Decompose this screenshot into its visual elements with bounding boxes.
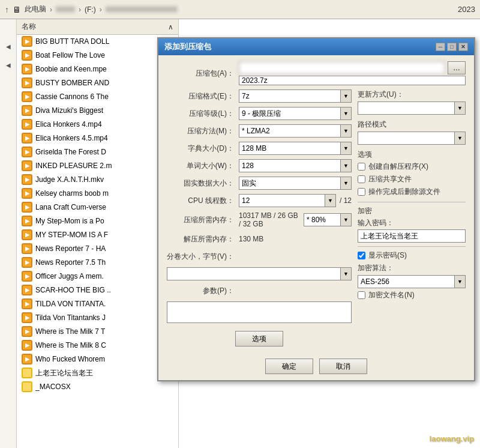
file-list-header: 名称 ∧	[17, 19, 178, 35]
update-select[interactable]: ▼	[358, 101, 466, 115]
list-item[interactable]: ▶Elica Honkers 4.mp4	[17, 118, 178, 132]
explorer-area: ◀ ◀ 名称 ∧ ▶BIG BUTT TARA DOLL▶Boat Fellow…	[0, 19, 480, 448]
compress-path-label: 压缩包(A)：	[167, 68, 239, 79]
param-input[interactable]	[167, 301, 352, 323]
word-dropdown-btn[interactable]: ▼	[340, 160, 351, 172]
file-name: TILDA VON TITANTA.	[35, 300, 106, 308]
compress-filename-input[interactable]	[239, 76, 466, 85]
encrypt-filename-row: 加密文件名(N)	[358, 290, 466, 300]
browse-button[interactable]: …	[448, 61, 466, 74]
list-item[interactable]: ▶My Step-Mom is a Po	[17, 214, 178, 228]
cpu-dropdown-btn[interactable]: ▼	[325, 195, 335, 207]
minimize-button[interactable]: ─	[436, 43, 445, 51]
memory-percent-select[interactable]: * 80% ▼	[304, 213, 352, 226]
dialog-title-buttons: ─ □ ✕	[436, 43, 468, 51]
split-dropdown-btn[interactable]: ▼	[340, 268, 351, 280]
solid-dropdown-btn[interactable]: ▼	[340, 177, 351, 189]
path-select[interactable]: ▼	[358, 132, 466, 145]
list-item[interactable]: _MACOSX	[17, 380, 178, 394]
list-item[interactable]: ▶News Reporter 7 - HA	[17, 242, 178, 256]
level-select[interactable]: 9 - 极限压缩 ▼	[239, 107, 352, 120]
list-item[interactable]: ▶Cassie Cannons 6 The	[17, 90, 178, 104]
cb1-checkbox[interactable]	[358, 163, 365, 171]
word-row: 单词大小(W)： 128 ▼	[167, 159, 352, 172]
format-label: 压缩格式(E)：	[167, 91, 239, 101]
list-item[interactable]: 上老王论坛当老王	[17, 366, 178, 380]
memory-percent-btn[interactable]: ▼	[340, 214, 351, 226]
list-item[interactable]: ▶Boobie and Keen.mpe	[17, 62, 178, 76]
list-item[interactable]: ▶Judge X.A.N.T.H.mkv	[17, 173, 178, 187]
algo-select[interactable]: AES-256 ▼	[358, 275, 466, 288]
file-icon: ▶	[22, 340, 32, 351]
list-item[interactable]: ▶INKED PLEASURE 2.m	[17, 159, 178, 173]
file-name: Officer Juggs A mem.	[35, 272, 104, 280]
algo-label: 加密算法：	[358, 263, 394, 273]
split-select[interactable]: ▼	[167, 267, 352, 280]
dialog-title-bar[interactable]: 添加到压缩包 ─ □ ✕	[158, 38, 474, 55]
level-dropdown-btn[interactable]: ▼	[340, 107, 351, 120]
list-item[interactable]: ▶Tilda Von Titantanks J	[17, 311, 178, 325]
file-icon: ▶	[22, 91, 32, 102]
compress-dialog[interactable]: 添加到压缩包 ─ □ ✕ 压缩包(A)： …	[157, 37, 475, 381]
method-select[interactable]: * LZMA2 ▼	[239, 124, 352, 138]
list-item[interactable]: ▶Who Fucked Whorem	[17, 353, 178, 366]
file-icon	[22, 368, 32, 378]
sidebar-arrow-up[interactable]: ◀	[6, 43, 11, 50]
watermark: laowang.vip	[430, 434, 474, 443]
show-pwd-label: 显示密码(S)	[368, 250, 407, 261]
cb3-row: 操作完成后删除源文件	[358, 187, 466, 197]
password-input[interactable]	[358, 229, 466, 243]
path-dropdown-btn[interactable]: ▼	[454, 132, 465, 144]
list-item[interactable]: ▶Diva Mizuki's Biggest	[17, 104, 178, 118]
list-item[interactable]: ▶SCAR-HOO THE BIG ..	[17, 283, 178, 297]
show-pwd-row: 显示密码(S)	[358, 250, 466, 261]
file-name: Elica Honkers 4.mp4	[35, 120, 102, 129]
list-item[interactable]: ▶Lana Craft Cum-verse	[17, 201, 178, 214]
options-cb-label: 选项	[358, 150, 466, 160]
list-item[interactable]: ▶Where is The Milk 8 C	[17, 339, 178, 353]
cancel-button[interactable]: 取消	[319, 359, 367, 374]
file-icon: ▶	[22, 147, 32, 157]
list-item[interactable]: ▶MY STEP-MOM IS A F	[17, 228, 178, 242]
list-item[interactable]: ▶News Reporter 7.5 Th	[17, 256, 178, 270]
format-row: 压缩格式(E)： 7z ▼	[167, 89, 352, 103]
dict-dropdown-btn[interactable]: ▼	[340, 142, 351, 154]
options-button[interactable]: 选项	[235, 331, 283, 347]
dict-select[interactable]: 128 MB ▼	[239, 142, 352, 155]
sidebar-arrow-down[interactable]: ◀	[6, 62, 11, 68]
solid-select[interactable]: 固实 ▼	[239, 177, 352, 190]
file-icon: ▶	[22, 133, 32, 144]
maximize-button[interactable]: □	[447, 43, 457, 51]
up-arrow-icon[interactable]: ↑	[5, 5, 9, 14]
header-arrow[interactable]: ∧	[168, 23, 173, 31]
list-item[interactable]: ▶Boat Fellow The Love	[17, 49, 178, 62]
close-button[interactable]: ✕	[458, 43, 468, 51]
file-icon: ▶	[22, 229, 32, 240]
memory-value: 10317 MB / 26 GB / 32 GB	[239, 211, 300, 228]
file-icon: ▶	[22, 50, 32, 61]
algo-value: AES-256	[358, 277, 454, 286]
cpu-select[interactable]: 12 ▼	[239, 194, 336, 207]
method-dropdown-btn[interactable]: ▼	[340, 125, 351, 137]
file-icon: ▶	[22, 243, 32, 254]
file-name: SCAR-HOO THE BIG ..	[35, 286, 111, 294]
list-item[interactable]: ▶Where is The Milk 7 T	[17, 325, 178, 339]
compress-path-input[interactable]	[239, 61, 445, 74]
list-item[interactable]: ▶Griselda The Forest D	[17, 145, 178, 159]
list-item[interactable]: ▶Kelsey charms boob m	[17, 187, 178, 201]
list-item[interactable]: ▶TILDA VON TITANTA.	[17, 297, 178, 311]
format-dropdown-btn[interactable]: ▼	[340, 90, 351, 102]
list-item[interactable]: ▶Officer Juggs A mem.	[17, 270, 178, 283]
list-item[interactable]: ▶BIG BUTT TARA DOLL	[17, 35, 178, 49]
show-pwd-checkbox[interactable]	[358, 252, 365, 259]
cb2-checkbox[interactable]	[358, 175, 365, 183]
ok-button[interactable]: 确定	[265, 359, 313, 374]
format-select[interactable]: 7z ▼	[239, 89, 352, 103]
cb3-checkbox[interactable]	[358, 188, 365, 196]
update-dropdown-btn[interactable]: ▼	[454, 102, 465, 114]
list-item[interactable]: ▶BUSTY BOMBER AND	[17, 76, 178, 90]
algo-dropdown-btn[interactable]: ▼	[454, 276, 465, 288]
encrypt-filename-checkbox[interactable]	[358, 291, 365, 299]
list-item[interactable]: ▶Elica Honkers 4.5.mp4	[17, 132, 178, 145]
word-select[interactable]: 128 ▼	[239, 159, 352, 172]
